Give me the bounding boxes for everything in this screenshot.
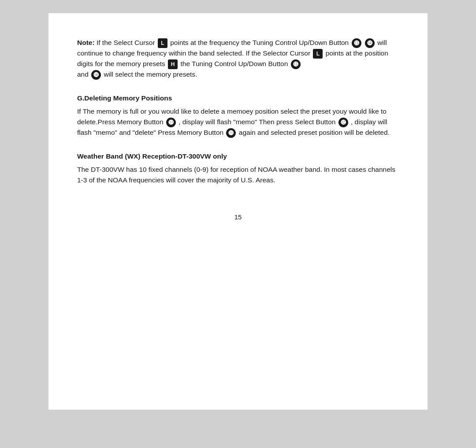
note-text-and: and bbox=[77, 70, 90, 78]
badge-11-2: ⓫ bbox=[226, 128, 236, 138]
section-g-paragraph: If The memory is full or you would like … bbox=[77, 106, 399, 138]
badge-L-2: L bbox=[313, 49, 323, 59]
section-g-text-4: again and selected preset position will … bbox=[239, 129, 390, 136]
badge-14-2: ⓮ bbox=[91, 70, 101, 80]
note-label: Note: bbox=[77, 39, 95, 46]
note-text-2: points at the frequency the Tuning Contr… bbox=[170, 39, 350, 46]
content-area: Note: If the Select Cursor L points at t… bbox=[77, 37, 399, 222]
section-weather-block: Weather Band (WX) Reception-DT-300VW onl… bbox=[77, 151, 399, 185]
section-g-block: G.Deleting Memory Positions If The memor… bbox=[77, 93, 399, 138]
page-container: Note: If the Select Cursor L points at t… bbox=[0, 0, 476, 448]
badge-11-1: ⓫ bbox=[166, 118, 176, 127]
section-weather-paragraph: The DT-300VW has 10 fixed channels (0-9)… bbox=[77, 164, 399, 185]
badge-13-1: ⓭ bbox=[352, 38, 361, 48]
note-text-5: the Tuning Control Up/Down Button bbox=[180, 60, 290, 67]
badge-13-2: ⓭ bbox=[291, 59, 301, 69]
badge-H: H bbox=[168, 59, 178, 69]
note-paragraph: Note: If the Select Cursor L points at t… bbox=[77, 37, 399, 80]
section-weather-heading: Weather Band (WX) Reception-DT-300VW onl… bbox=[77, 151, 399, 162]
badge-L-1: L bbox=[158, 38, 167, 48]
page-number: 15 bbox=[77, 212, 399, 222]
section-g-text-2: , display will flash "memo" Then press S… bbox=[178, 118, 338, 126]
badge-12: ⓬ bbox=[338, 118, 348, 127]
section-g-heading: G.Deleting Memory Positions bbox=[77, 93, 399, 104]
note-text-6: will select the memory presets. bbox=[104, 70, 197, 78]
note-text-1: If the Select Cursor bbox=[97, 39, 157, 46]
badge-14-1: ⓮ bbox=[365, 38, 375, 48]
document-page: Note: If the Select Cursor L points at t… bbox=[48, 13, 428, 410]
